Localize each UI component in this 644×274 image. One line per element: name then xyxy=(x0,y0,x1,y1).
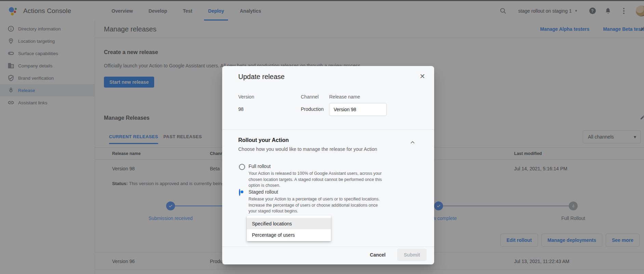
staged-rollout-description: Release your Action to a percentage of u… xyxy=(249,196,386,214)
menu-item-percentage-of-users[interactable]: Percentage of users xyxy=(247,229,331,240)
divider xyxy=(222,247,434,247)
menu-item-specified-locations[interactable]: Specified locations xyxy=(247,218,331,229)
channel-label: Channel xyxy=(301,94,319,100)
divider xyxy=(222,129,434,130)
staged-rollout-radio[interactable] xyxy=(239,189,240,196)
rollout-section-subheading: Choose how you would like to manage the … xyxy=(238,146,377,152)
staged-rollout-label[interactable]: Staged rollout xyxy=(249,189,278,195)
full-rollout-radio[interactable] xyxy=(239,164,245,170)
dialog-title: Update release xyxy=(238,73,285,81)
actions-console-page: Actions Console Overview Develop Test De… xyxy=(0,0,644,274)
cancel-button[interactable]: Cancel xyxy=(365,249,390,261)
version-label: Version xyxy=(238,94,254,100)
close-icon[interactable]: ✕ xyxy=(419,73,425,80)
release-name-label: Release name xyxy=(329,94,360,100)
full-rollout-description: Your Action is released to 100% of Googl… xyxy=(249,171,386,189)
submit-button-disabled[interactable]: Submit xyxy=(397,249,427,261)
version-value: 98 xyxy=(238,106,244,112)
chevron-up-icon[interactable] xyxy=(410,139,416,145)
staged-rollout-type-menu: Specified locations Percentage of users xyxy=(247,216,331,241)
rollout-section-heading: Rollout your Action xyxy=(238,137,289,143)
release-name-input[interactable] xyxy=(329,103,387,116)
full-rollout-label[interactable]: Full rollout xyxy=(249,164,271,169)
channel-value: Production xyxy=(301,106,324,112)
